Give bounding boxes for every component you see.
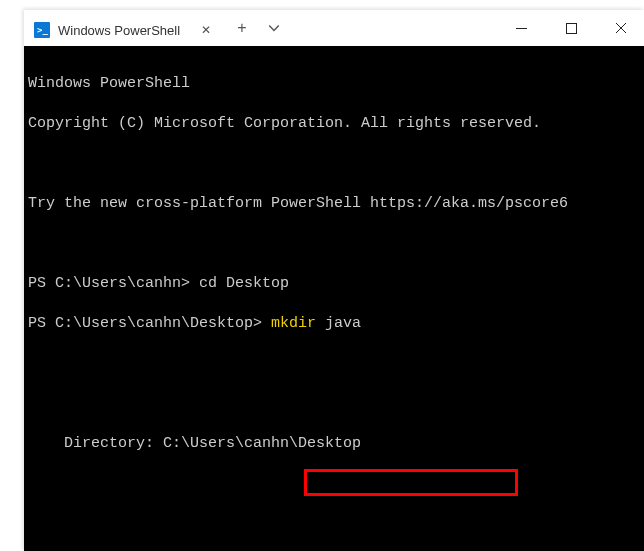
terminal-text: PS C:\Users\canhn> cd Desktop: [28, 274, 640, 294]
tab-powershell[interactable]: Windows PowerShell ✕: [24, 14, 224, 46]
terminal-text: Windows PowerShell: [28, 74, 640, 94]
terminal-text: [28, 394, 640, 414]
new-tab-button[interactable]: +: [228, 14, 256, 42]
tab-bar: Windows PowerShell ✕ +: [24, 10, 644, 46]
tab-title: Windows PowerShell: [58, 23, 190, 38]
close-window-button[interactable]: [598, 11, 644, 45]
terminal-text: Try the new cross-platform PowerShell ht…: [28, 194, 640, 214]
maximize-button[interactable]: [548, 11, 594, 45]
terminal-text: [28, 234, 640, 254]
terminal-text: [28, 354, 640, 374]
red-annotation-box: [304, 469, 518, 496]
terminal-text: [28, 514, 640, 534]
tab-dropdown-button[interactable]: [260, 14, 288, 42]
svg-rect-1: [566, 23, 576, 33]
terminal-text: PS C:\Users\canhn\Desktop> mkdir java: [28, 314, 640, 334]
minimize-button[interactable]: [498, 11, 544, 45]
terminal-text: Copyright (C) Microsoft Corporation. All…: [28, 114, 640, 134]
terminal-text: Directory: C:\Users\canhn\Desktop: [28, 434, 640, 454]
terminal-text: [28, 154, 640, 174]
powershell-icon: [34, 22, 50, 38]
close-tab-icon[interactable]: ✕: [198, 22, 214, 38]
